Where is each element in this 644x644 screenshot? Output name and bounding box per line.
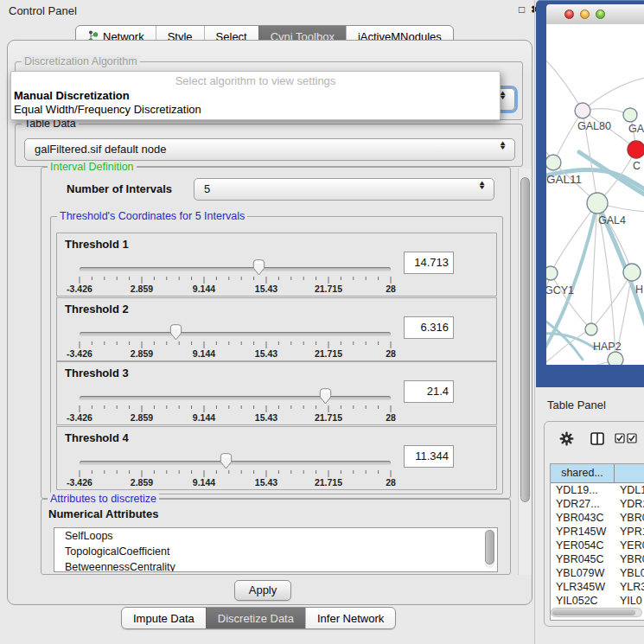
table-data-value: galFiltered.sif default node (35, 143, 166, 156)
network-node-gal11[interactable] (546, 155, 561, 170)
threshold-label: Threshold 1 (65, 238, 129, 251)
attribute-item[interactable]: BetweennessCentrality (54, 559, 497, 572)
network-node-gcy1[interactable] (546, 266, 558, 280)
table-cell: YBR0 (615, 552, 644, 566)
column-header-n[interactable]: n (615, 464, 644, 483)
threshold-slider[interactable]: -3.4262.8599.14415.4321.71528 (74, 252, 396, 294)
attribute-item[interactable]: TopologicalCoefficient (54, 544, 497, 559)
minimize-traffic-light-icon[interactable] (580, 10, 590, 19)
numerical-attributes-list[interactable]: SelfLoopsTopologicalCoefficientBetweenne… (54, 527, 498, 572)
number-of-intervals-label: Number of Intervals (67, 182, 172, 195)
tick-label: 2.859 (131, 348, 153, 359)
network-edge[interactable] (546, 360, 615, 365)
network-node-gal4[interactable] (587, 193, 608, 214)
attribute-items: SelfLoopsTopologicalCoefficientBetweenne… (54, 528, 497, 572)
table-cell: YLR345W (551, 580, 615, 594)
apply-button[interactable]: Apply (234, 580, 291, 601)
network-node-hap2[interactable] (585, 323, 597, 335)
number-of-intervals-combobox[interactable]: 5 ▲▼ (194, 178, 494, 201)
settings-scrollbar-thumb[interactable] (520, 177, 530, 502)
network-node-ga[interactable] (623, 108, 637, 122)
slider-track[interactable] (80, 396, 391, 400)
network-node-gal80[interactable] (575, 103, 590, 118)
threshold-value[interactable]: 6.316 (404, 316, 454, 339)
list-scrollbar-thumb[interactable] (485, 530, 494, 564)
threshold-value[interactable]: 11.344 (404, 445, 454, 468)
slider-thumb[interactable] (252, 259, 266, 276)
node-attribute-table[interactable]: shared...n YDL19...YDL1YDR27...YDR2YBR04… (550, 463, 644, 621)
network-window-titlebar[interactable] (546, 4, 644, 25)
network-node-c[interactable] (628, 141, 644, 158)
slider-thumb[interactable] (318, 388, 333, 405)
settings-scrollbar[interactable] (518, 169, 532, 575)
threshold-panel: Threshold 1-3.4262.8599.14415.4321.71528… (56, 233, 497, 296)
table-row[interactable]: YDL19...YDL1 (551, 483, 644, 497)
table-row[interactable]: YBL079WYBL0 (551, 566, 644, 580)
tick-label: 28 (386, 284, 396, 294)
table-cell: YBL079W (551, 566, 615, 580)
network-canvas[interactable]: GAL80GACGAL11GAL4GCY1HHAP2 (546, 24, 644, 365)
tick-label: 28 (386, 412, 396, 423)
network-edge[interactable] (546, 55, 583, 111)
threshold-label: Threshold 4 (65, 431, 129, 444)
checkbox-checked-icon[interactable] (627, 433, 637, 443)
slider-thumb[interactable] (219, 453, 233, 469)
tab-discretize-data[interactable]: Discretize Data (206, 608, 305, 628)
threshold-value[interactable]: 14.713 (404, 252, 454, 274)
threshold-slider[interactable]: -3.4262.8599.14415.4321.71528 (74, 381, 396, 423)
slider-track[interactable] (80, 267, 391, 271)
tick-label: 21.715 (315, 477, 342, 488)
network-view-window[interactable]: GAL80GACGAL11GAL4GCY1HHAP2 (536, 0, 644, 387)
table-row[interactable]: YDR27...YDR2 (551, 497, 644, 511)
zoom-traffic-light-icon[interactable] (596, 10, 605, 19)
slider-track[interactable] (80, 332, 391, 336)
table-row[interactable]: YIL052CYIL0 (551, 594, 644, 608)
number-of-intervals-value: 5 (204, 182, 210, 195)
network-node-label: GAL4 (598, 214, 626, 226)
table-data-combobox[interactable]: galFiltered.sif default node ▲▼ (24, 138, 515, 161)
table-cell: YDR27... (551, 497, 615, 511)
list-scrollbar[interactable] (485, 530, 494, 568)
tick-label: 15.43 (255, 284, 277, 294)
split-columns-icon[interactable] (590, 432, 604, 445)
table-row[interactable]: YLR345WYLR3 (551, 580, 644, 594)
checkbox-checked-icon[interactable] (615, 433, 625, 443)
gear-icon[interactable] (559, 431, 574, 446)
attribute-item[interactable]: SelfLoops (54, 528, 497, 544)
table-row[interactable]: YBR043CYBR0 (551, 511, 644, 525)
network-edge[interactable] (551, 273, 591, 329)
network-edge[interactable] (554, 111, 583, 163)
table-cell: YER054C (551, 539, 615, 552)
tick-label: 2.859 (131, 284, 153, 294)
algorithm-dropdown-popup: Select algorithm to view settings Manual… (10, 71, 501, 120)
float-icon[interactable]: □ (519, 3, 525, 16)
network-node-label: GAL80 (577, 120, 611, 132)
threshold-slider[interactable]: -3.4262.8599.14415.4321.71528 (74, 317, 396, 359)
table-row[interactable]: YBR045CYBR0 (551, 552, 644, 566)
threshold-value[interactable]: 21.4 (404, 380, 454, 403)
network-node-h[interactable] (623, 264, 641, 281)
tab-impute-data[interactable]: Impute Data (122, 608, 206, 628)
network-node[interactable] (608, 352, 623, 365)
tick-label: 9.144 (193, 348, 215, 359)
tick-label: 9.144 (193, 477, 215, 488)
close-traffic-light-icon[interactable] (564, 10, 574, 19)
column-header-shared[interactable]: shared... (551, 464, 615, 483)
slider-ticks (74, 470, 396, 478)
network-edge[interactable] (583, 76, 644, 111)
table-row[interactable]: YPR145WYPR1 (551, 525, 644, 539)
table-hscrollbar-thumb[interactable] (552, 609, 635, 615)
tick-label: 21.715 (315, 348, 342, 359)
bottom-tab-bar: Impute DataDiscretize DataInfer Network (121, 607, 396, 629)
tick-label: -3.426 (67, 348, 92, 359)
popup-item-equal-width-frequency-discretization[interactable]: Equal Width/Frequency Discretization (14, 103, 201, 116)
slider-track[interactable] (80, 461, 391, 465)
threshold-label: Threshold 2 (65, 303, 129, 316)
table-row[interactable]: YER054CYER0 (551, 539, 644, 552)
threshold-slider[interactable]: -3.4262.8599.14415.4321.71528 (74, 446, 396, 488)
slider-thumb[interactable] (169, 324, 183, 341)
table-hscrollbar[interactable] (551, 608, 642, 617)
popup-item-manual-discretization[interactable]: Manual Discretization (14, 89, 130, 102)
threshold-label: Threshold 3 (65, 367, 129, 379)
tab-infer-network[interactable]: Infer Network (305, 608, 395, 628)
